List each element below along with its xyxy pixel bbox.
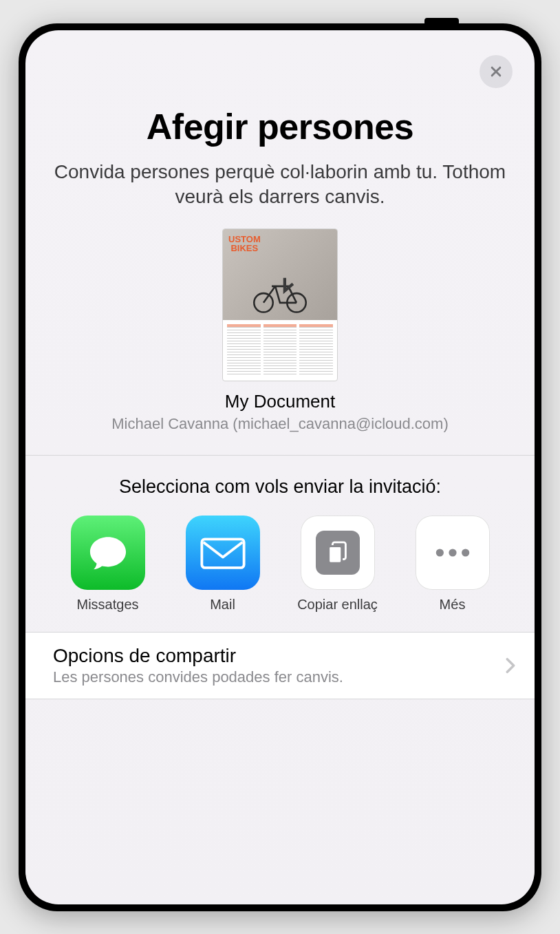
document-thumbnail: USTOM BIKES: [222, 229, 338, 381]
share-methods-grid: Missatges Mail: [53, 516, 507, 613]
page-subtitle: Convida persones perquè col·laborin amb …: [53, 160, 507, 210]
more-icon: [416, 516, 490, 590]
copy-link-icon: [301, 516, 375, 590]
svg-point-2: [254, 293, 272, 312]
svg-rect-6: [328, 546, 341, 564]
share-options-subtitle: Les persones convides podades fer canvis…: [53, 668, 506, 686]
thumbnail-heading: USTOM BIKES: [228, 235, 261, 253]
share-label: Missatges: [76, 597, 138, 613]
share-sheet: Afegir persones Convida persones perquè …: [25, 30, 535, 904]
share-methods-section: Selecciona com vols enviar la invitació:…: [25, 456, 535, 632]
document-name: My Document: [53, 391, 507, 412]
share-method-more[interactable]: Més: [398, 516, 507, 613]
close-button[interactable]: [480, 55, 513, 88]
page-title: Afegir persones: [53, 106, 507, 147]
header-section: Afegir persones Convida persones perquè …: [25, 30, 535, 434]
chevron-right-icon: [506, 657, 515, 674]
svg-point-8: [449, 549, 456, 557]
share-options-row[interactable]: Opcions de compartir Les persones convid…: [25, 632, 535, 699]
svg-point-7: [435, 549, 443, 557]
svg-rect-4: [202, 540, 244, 569]
share-method-copy-link[interactable]: Copiar enllaç: [283, 516, 392, 613]
share-method-messages[interactable]: Missatges: [53, 516, 162, 613]
messages-icon: [71, 516, 145, 590]
document-owner: Michael Cavanna (michael_cavanna@icloud.…: [53, 415, 507, 433]
share-options-title: Opcions de compartir: [53, 645, 506, 667]
share-method-mail[interactable]: Mail: [168, 516, 277, 613]
svg-point-9: [462, 549, 469, 557]
share-label: Copiar enllaç: [297, 597, 378, 613]
close-icon: [489, 65, 503, 78]
bicycle-icon: [249, 273, 311, 315]
device-frame: Afegir persones Convida persones perquè …: [19, 23, 541, 911]
share-prompt: Selecciona com vols enviar la invitació:: [53, 476, 507, 498]
share-label: Més: [440, 597, 466, 613]
mail-icon: [186, 516, 260, 590]
share-label: Mail: [210, 597, 235, 613]
